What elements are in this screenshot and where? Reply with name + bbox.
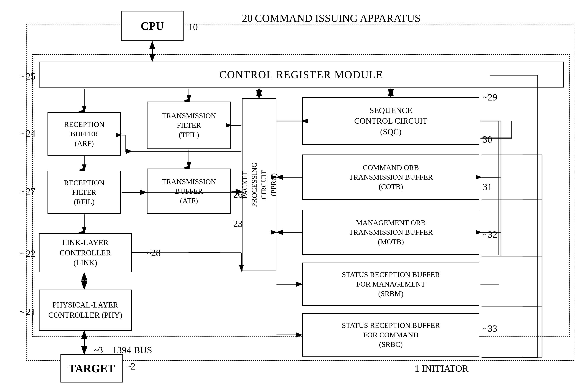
label-29: ~29	[483, 92, 497, 103]
physical-layer-box: PHYSICAL-LAYER CONTROLLER (PHY)	[39, 290, 132, 331]
atf-line1: TRANSMISSION	[162, 177, 216, 186]
reception-filter-box: RECEPTION FILTER (RFIL)	[47, 171, 121, 214]
reception-buffer-line2: BUFFER	[70, 129, 98, 139]
motb-line3: (MOTB)	[378, 237, 404, 246]
motb-box: MANAGEMENT ORB TRANSMISSION BUFFER (MOTB…	[302, 210, 479, 255]
reception-buffer-ref: 24	[26, 128, 35, 139]
command-issuing-ref: 20	[242, 12, 253, 24]
target-box: TARGET	[60, 354, 123, 382]
srbc-line2: FOR COMMAND	[363, 330, 418, 340]
cpu-label: CPU	[141, 20, 164, 32]
bus-label: 1394 BUS	[112, 345, 152, 356]
target-label: TARGET	[68, 362, 115, 375]
pprc-box: PACKETPROCESSINGCIRCUIT(PPRC)	[242, 98, 277, 271]
cpu-box: CPU	[121, 11, 184, 41]
link-layer-line2: (LINK)	[73, 258, 97, 268]
reception-buffer-box: RECEPTION BUFFER (ARF)	[47, 112, 121, 156]
cotb-line2: TRANSMISSION BUFFER	[349, 172, 433, 182]
reception-buffer-line1: RECEPTION	[64, 120, 104, 129]
control-register-label: CONTROL REGISTER MODULE	[219, 68, 383, 81]
tfil-line3: (TFIL)	[179, 130, 199, 140]
srbm-line1: STATUS RECEPTION BUFFER	[342, 270, 440, 280]
reception-buffer-line3: (ARF)	[75, 139, 94, 148]
pprc-text: PACKETPROCESSINGCIRCUIT(PPRC)	[240, 162, 278, 207]
srbc-line3: (SRBC)	[379, 340, 403, 349]
control-register-ref: 25	[26, 71, 35, 82]
atf-line2: BUFFER	[175, 186, 203, 196]
cotb-line1: COMMAND ORB	[363, 163, 419, 172]
physical-layer-line2: CONTROLLER (PHY)	[48, 310, 122, 320]
sqc-line1: SEQUENCE	[369, 105, 412, 116]
label-33: ~33	[483, 323, 497, 334]
bus-ref: 3	[98, 345, 103, 356]
transmission-buffer-box: TRANSMISSION BUFFER (ATF)	[147, 168, 231, 214]
label-31: 31	[483, 182, 492, 192]
reception-filter-line2: FILTER	[72, 188, 96, 197]
transmission-filter-box: TRANSMISSION FILTER (TFIL)	[147, 102, 231, 149]
reception-filter-line1: RECEPTION	[64, 178, 104, 188]
srbm-line3: (SRBM)	[378, 289, 403, 298]
control-register-box: CONTROL REGISTER MODULE	[39, 62, 564, 88]
label-28: 28	[151, 248, 161, 258]
sqc-line2: CONTROL CIRCUIT	[354, 116, 428, 126]
label-30: 30	[483, 134, 492, 145]
initiator-label: 1 INITIATOR	[415, 363, 469, 374]
cotb-box: COMMAND ORB TRANSMISSION BUFFER (COTB)	[302, 154, 479, 200]
tfil-line1: TRANSMISSION	[162, 111, 216, 120]
srbc-line1: STATUS RECEPTION BUFFER	[342, 321, 440, 330]
sqc-box: SEQUENCE CONTROL CIRCUIT (SQC)	[302, 97, 479, 145]
transmission-buffer-ref2: 23	[233, 218, 243, 229]
tfil-line2: FILTER	[177, 120, 201, 130]
motb-line1: MANAGEMENT ORB	[356, 218, 426, 228]
motb-line2: TRANSMISSION BUFFER	[349, 228, 433, 237]
physical-layer-line1: PHYSICAL-LAYER	[52, 300, 118, 310]
srbc-box: STATUS RECEPTION BUFFER FOR COMMAND (SRB…	[302, 313, 479, 356]
atf-line3: (ATF)	[180, 196, 198, 206]
cotb-line3: (COTB)	[378, 182, 403, 192]
label-32: ~32	[483, 229, 497, 240]
reception-filter-ref: 27	[26, 186, 35, 197]
target-ref: 2	[131, 361, 135, 372]
link-layer-box: LINK-LAYER CONTROLLER (LINK)	[39, 234, 132, 272]
link-layer-ref: 22	[26, 248, 35, 259]
diagram-container: CPU 10 20 COMMAND ISSUING APPARATUS 1 IN…	[4, 4, 584, 388]
physical-layer-ref: 21	[26, 306, 35, 318]
link-layer-line1: LINK-LAYER CONTROLLER	[39, 238, 131, 258]
srbm-box: STATUS RECEPTION BUFFER FOR MANAGEMENT (…	[302, 262, 479, 306]
command-issuing-label: COMMAND ISSUING APPARATUS	[255, 12, 421, 24]
reception-filter-line3: (RFIL)	[74, 197, 95, 206]
sqc-line3: (SQC)	[380, 126, 401, 137]
srbm-line2: FOR MANAGEMENT	[356, 280, 425, 289]
